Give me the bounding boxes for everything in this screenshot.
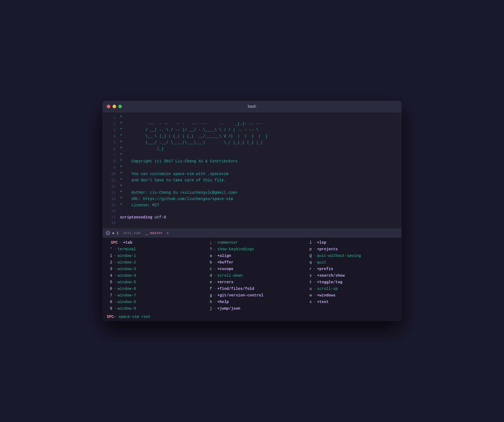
kb-col-10-1: 8 → window-8 (102, 299, 202, 305)
line-content-15: " License: MIT (120, 202, 159, 208)
window-title: bash (248, 104, 256, 109)
kb-arrow-18: → (313, 274, 315, 277)
kb-action-windows: +windows (317, 293, 335, 298)
kb-arrow-13: → (114, 267, 116, 271)
kb-col-2-2: ? → show-keybindings (202, 246, 302, 252)
kb-arrow-21: → (313, 280, 315, 284)
line-num-1: 1 (107, 115, 116, 121)
line-content-14: " URL: https://github.com/liuchengxu/spa… (120, 196, 233, 202)
kb-action-window7: window-7 (117, 293, 136, 298)
kb-col-7-3: t → +toggle/tag (302, 279, 402, 285)
line-content-7: " (120, 152, 122, 158)
line-12: 12 " (102, 184, 402, 190)
line-num-16: 16 (107, 209, 116, 214)
kb-col-8-2: f → +find/files/fold (202, 286, 302, 291)
kb-col-10-3: x → +text (302, 299, 402, 305)
line-num-4: 4 (107, 134, 116, 140)
line-content-5: " |___/ .__/ \__._|\___\___| \_/ |_|_| |… (120, 140, 263, 146)
kb-arrow-22: → (114, 287, 116, 291)
kb-key-p: p (306, 247, 312, 251)
kb-action-show-keybindings: show-keybindings (217, 247, 254, 251)
bottom-bar: SPC- space-vim root (102, 313, 402, 321)
kb-arrow-30: → (313, 300, 315, 304)
kb-action-window3: window-3 (117, 267, 136, 271)
kb-col-8-1: 6 → window-6 (102, 286, 202, 291)
line-num-14: 14 (107, 196, 116, 202)
kb-action-help: +help (217, 300, 229, 304)
kb-col-6-2: d → scroll-down (202, 273, 302, 278)
kb-key-9: 9 (107, 306, 112, 311)
line-content-17: scriptencoding utf-8 (120, 214, 166, 220)
kb-arrow-23: → (214, 287, 215, 291)
line-content-9: " (120, 165, 122, 171)
kb-key-j: j (206, 306, 212, 311)
kb-key-e: e (206, 280, 212, 284)
kb-key-l: l (306, 240, 312, 245)
minimize-button[interactable] (113, 105, 116, 108)
kb-key-d: d (206, 273, 212, 278)
kb-arrow-11: → (214, 260, 215, 264)
kb-key-c: c (206, 267, 212, 271)
kb-col-1-3: l → +lsp (302, 240, 402, 245)
line-num-15: 15 (107, 203, 116, 209)
kb-col-2-1: ' → terminal (102, 246, 202, 252)
line-content-10: " You can customize space-vim with .spac… (120, 171, 228, 177)
kb-arrow-12: → (313, 260, 315, 264)
kb-action-align: +align (217, 254, 231, 258)
kb-col-2-3: p → +projects (302, 246, 402, 252)
kb-key-t: t (306, 280, 312, 284)
kb-col-6-1: 4 → window-4 (102, 273, 202, 278)
line-num-10: 10 (107, 171, 116, 177)
kb-col-10-2: h → +help (202, 299, 302, 305)
kb-arrow-24: → (313, 287, 315, 291)
kb-key-6: 6 (107, 287, 112, 291)
kb-action-projects: +projects (317, 247, 338, 251)
line-content-3: " / __| -. \ / -- |/ __/ - \____\ \ / / … (120, 127, 258, 133)
line-num-12: 12 (107, 184, 116, 190)
kb-row-6: 4 → window-4 d → scroll-down s → +search… (102, 272, 402, 279)
kb-action-window1: window-1 (117, 254, 136, 258)
line-11: 11 " and don't have to take care of this… (102, 177, 402, 184)
line-num-8: 8 (107, 159, 116, 165)
kb-action-prefix: +prefix (317, 267, 333, 271)
line-content-4: " \__ \ |_) | (_| | (_| __/______\ V /| … (120, 133, 268, 139)
kb-key-s: s (306, 273, 312, 278)
line-7: 7 " (102, 152, 402, 159)
kb-action-cscope: +cscope (217, 267, 234, 271)
kb-key-f: f (206, 287, 212, 291)
editor-area: 1 " 2 " --- - -- -- - --- --- -- _(.)- -… (102, 112, 402, 228)
kb-arrow-20: → (214, 280, 215, 284)
kb-key-x: x (306, 300, 312, 304)
line-num-2: 2 (107, 121, 116, 127)
kb-key-Q: Q (306, 254, 312, 258)
kb-arrow-25: → (114, 293, 116, 297)
kb-action-scroll-up: scroll-up (317, 287, 338, 291)
kb-arrow-2: → (214, 241, 215, 245)
maximize-button[interactable] (118, 105, 122, 108)
kb-row-5: 3 → window-3 c → +cscope r → +prefix (102, 266, 402, 272)
kb-key-h: h (206, 300, 212, 304)
line-9: 9 " (102, 165, 402, 171)
line-1: 1 " (102, 115, 402, 121)
kb-arrow-6: → (313, 247, 315, 251)
line-content-2: " --- - -- -- - --- --- -- _(.)- -- --- (120, 121, 263, 127)
kb-row-3: 1 → window-1 a → +align Q → quit-without… (102, 252, 402, 259)
kb-key-w: w (306, 293, 312, 298)
kb-key-b: b (206, 260, 212, 265)
kb-key-g: g (206, 293, 212, 298)
line-4: 4 " \__ \ |_) | (_| | (_| __/______\ V /… (102, 133, 402, 140)
kb-arrow-3: → (313, 241, 315, 245)
keybindings-panel: SPC → +tab ; → commenter l → +lsp ' → te… (102, 238, 402, 313)
kb-row-9: 7 → window-7 g → +git/version-control w … (102, 292, 402, 299)
kb-key-quote: ' (107, 247, 112, 251)
kb-key-question: ? (206, 247, 212, 251)
kb-key-a: a (206, 254, 212, 258)
bottom-text: space-vim root (116, 315, 151, 319)
kb-col-4-3: q → quit (302, 260, 402, 265)
kb-col-8-3: u → scroll-up (302, 286, 402, 291)
close-button[interactable] (107, 105, 110, 108)
kb-action-window2: window-2 (117, 260, 136, 265)
status-line-num: 1 (116, 231, 119, 235)
kb-action-git: +git/version-control (217, 293, 264, 298)
kb-action-find-files-fold: +find/files/fold (217, 287, 254, 291)
